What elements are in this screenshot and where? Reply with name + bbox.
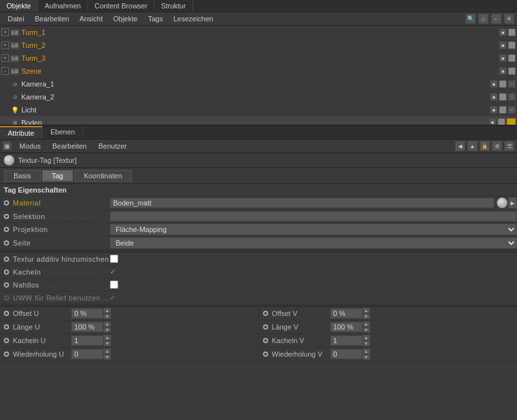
- toolbar-gear-icon[interactable]: ⚙: [492, 141, 502, 151]
- wiederholung-u-input[interactable]: [71, 349, 103, 359]
- toolbar-up-icon[interactable]: ▲: [467, 141, 478, 151]
- offset-u-input[interactable]: [71, 308, 103, 319]
- wiederholung-v-input[interactable]: [330, 349, 363, 359]
- expand-icon[interactable]: +: [1, 41, 9, 49]
- laenge-v-input[interactable]: [330, 322, 363, 332]
- prop-label-laenge-u: Länge U: [13, 323, 71, 331]
- expand-icon[interactable]: -: [1, 67, 9, 75]
- sub-tab-koordinaten[interactable]: Koordinaten: [74, 170, 132, 182]
- offset-v-input[interactable]: [330, 308, 363, 319]
- list-item[interactable]: + L0 Turm_2 ■: [0, 39, 517, 52]
- list-item[interactable]: + L0 Turm_1 ■: [0, 26, 517, 39]
- seite-select[interactable]: Beide Vorne Hinten: [110, 237, 517, 249]
- toolbar-modus[interactable]: Modus: [16, 142, 45, 151]
- tex-additive-checkbox[interactable]: [110, 255, 118, 263]
- tag-box: ■: [490, 80, 498, 88]
- prop-value-nahtlos: [110, 280, 517, 289]
- wiederholung-v-down[interactable]: ▼: [363, 354, 370, 360]
- kacheln-u-input[interactable]: [71, 335, 103, 346]
- menu-icon-search[interactable]: 🔍: [465, 14, 476, 24]
- prop-label-laenge-v: Länge V: [272, 323, 330, 331]
- kacheln-v-input[interactable]: [330, 335, 363, 346]
- offset-v-down[interactable]: ▼: [363, 313, 370, 319]
- list-item[interactable]: - L0 Szene ■: [0, 65, 517, 78]
- prop-label-kacheln: Kacheln ................: [13, 268, 110, 276]
- menu-tags[interactable]: Tags: [143, 14, 168, 24]
- wiederholung-u-down[interactable]: ▼: [103, 354, 111, 360]
- sub-tab-tag[interactable]: Tag: [42, 170, 73, 182]
- object-tags: ■: [499, 28, 516, 36]
- tab-aufnahmen[interactable]: Aufnahmen: [38, 0, 88, 12]
- expand-icon[interactable]: +: [1, 54, 9, 62]
- prop-indicator: [2, 212, 11, 221]
- menu-objekte[interactable]: Objekte: [108, 14, 143, 24]
- list-item[interactable]: ⊙ Kamera_1 ■ ✕: [0, 78, 517, 90]
- offset-v-up[interactable]: ▲: [363, 308, 370, 313]
- prop-row-wiederholung: Wiederholung U ▲ ▼ Wiederholung V ▲ ▼: [0, 348, 517, 361]
- menu-datei[interactable]: Datei: [3, 14, 30, 24]
- nahtlos-checkbox[interactable]: [110, 280, 118, 289]
- menu-ansicht[interactable]: Ansicht: [74, 14, 108, 24]
- offset-u-up[interactable]: ▲: [103, 308, 111, 313]
- kacheln-v-down[interactable]: ▼: [363, 341, 370, 346]
- prop-half-kacheln-v: Kacheln V ▲ ▼: [258, 334, 518, 347]
- kacheln-u-up[interactable]: ▲: [103, 335, 111, 341]
- object-type-icon: L0: [10, 28, 19, 37]
- tab-ebenen[interactable]: Ebenen: [43, 126, 83, 139]
- material-tex-btn[interactable]: [496, 197, 508, 209]
- prop-label-material: Material ................: [13, 199, 110, 207]
- tab-objekte[interactable]: Objekte: [0, 0, 38, 12]
- active-dot: [4, 311, 9, 316]
- object-name: Kamera_2: [21, 93, 490, 101]
- expand-icon[interactable]: +: [1, 28, 9, 36]
- selektion-input[interactable]: [110, 211, 517, 222]
- laenge-v-down[interactable]: ▼: [363, 327, 370, 333]
- material-arrow-btn[interactable]: ▶: [508, 197, 517, 209]
- object-type-icon: L0: [10, 67, 19, 76]
- object-tags: ■ ✓: [490, 106, 516, 114]
- wiederholung-u-up[interactable]: ▲: [103, 348, 111, 354]
- toolbar-bearbeiten[interactable]: Bearbeiten: [48, 142, 90, 151]
- laenge-u-up[interactable]: ▲: [103, 321, 111, 327]
- kacheln-u-down[interactable]: ▼: [103, 341, 111, 346]
- material-input[interactable]: [110, 198, 494, 208]
- sub-tab-basis[interactable]: Basis: [4, 170, 41, 182]
- prop-half-wiederholung-v: Wiederholung V ▲ ▼: [258, 348, 518, 361]
- attr-toolbar: ▦ Modus Bearbeiten Benutzer ◀ ▲ 🔒 ⚙ ☰: [0, 140, 517, 153]
- tag-box-1: ■: [499, 28, 507, 36]
- tag-box: ■: [490, 106, 498, 114]
- object-type-icon: L0: [10, 54, 19, 63]
- menu-icon-x[interactable]: ✕: [504, 14, 514, 24]
- laenge-v-up[interactable]: ▲: [363, 321, 370, 327]
- tag-dot: [499, 93, 507, 101]
- toolbar-lock-icon[interactable]: 🔒: [480, 141, 490, 151]
- menu-lesezeichen[interactable]: Lesezeichen: [168, 14, 218, 24]
- list-item[interactable]: + L0 Turm_3 ■: [0, 52, 517, 65]
- kacheln-v-up[interactable]: ▲: [363, 335, 370, 341]
- list-item[interactable]: ⊙ Kamera_2 ■ ✕: [0, 90, 517, 103]
- object-name: Turm_2: [21, 41, 499, 49]
- toolbar-more-icon[interactable]: ☰: [504, 141, 514, 151]
- tab-struktur[interactable]: Struktur: [154, 0, 193, 12]
- list-item[interactable]: 💡 Licht ■ ✓: [0, 103, 517, 116]
- menu-bearbeiten[interactable]: Bearbeiten: [30, 14, 74, 24]
- laenge-u-input[interactable]: [71, 322, 103, 332]
- tab-content-browser[interactable]: Content Browser: [88, 0, 154, 12]
- tag-box: ■: [499, 67, 507, 75]
- list-item[interactable]: ⊞ Boden ■: [0, 116, 517, 126]
- texture-tag[interactable]: [507, 118, 516, 126]
- offset-u-down[interactable]: ▼: [103, 313, 111, 319]
- tab-attribute[interactable]: Attribute: [0, 126, 43, 139]
- object-name: Turm_3: [21, 54, 499, 62]
- menu-icon-home[interactable]: ⌂: [478, 14, 489, 24]
- prop-label-tex-additive: Textur additiv hinzumischen: [13, 255, 110, 263]
- menu-icon-arrow[interactable]: ←: [491, 14, 501, 24]
- toolbar-back-icon[interactable]: ◀: [455, 141, 465, 151]
- camera-icon: ⊙: [13, 81, 17, 87]
- prop-label-wiederholung-u: Wiederholung U: [13, 350, 71, 358]
- laenge-u-down[interactable]: ▼: [103, 327, 111, 333]
- projektion-select[interactable]: Fläche-Mapping Kugelförmig Zylindrisch K…: [110, 224, 517, 235]
- toolbar-benutzer[interactable]: Benutzer: [94, 142, 131, 151]
- wiederholung-v-up[interactable]: ▲: [363, 348, 370, 354]
- active-dot: [263, 352, 268, 357]
